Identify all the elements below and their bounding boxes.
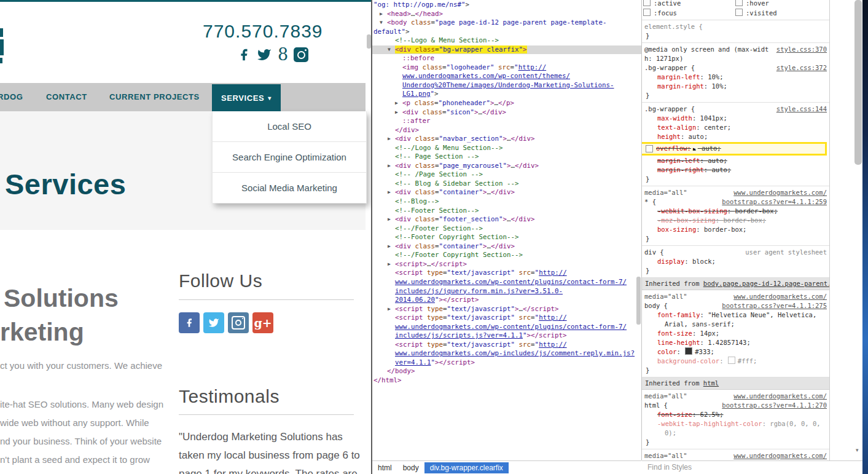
stylesheet-link[interactable]: www.underdogmarkets.com/ xyxy=(733,292,827,301)
twisty-collapsed-icon[interactable]: ▶ xyxy=(388,305,391,314)
menu-item-social-media[interactable]: Social Media Marketing xyxy=(213,173,366,203)
elements-code-line[interactable]: includes/js/scripts.js?ver=4.1.1"></scri… xyxy=(372,331,641,341)
elements-code-line[interactable]: www.underdogmarkets.com/wp-content/plugi… xyxy=(372,278,641,287)
menu-item-seo[interactable]: Search Engine Optimization xyxy=(213,142,366,173)
stylesheet-link[interactable]: www.underdogmarkets.com/ xyxy=(733,451,827,460)
elements-code-line[interactable]: ▶<head>…</head> xyxy=(372,10,641,19)
inherited-node-link[interactable]: html xyxy=(703,379,719,387)
elements-code-line[interactable]: ▶<div class="page_mycarousel">…</div> xyxy=(372,162,641,171)
breadcrumb-item-body[interactable]: body xyxy=(397,462,424,473)
elements-code-line[interactable]: <!--/Footer Copyright Section--> xyxy=(372,251,641,260)
twisty-collapsed-icon[interactable]: ▶ xyxy=(388,135,391,144)
twisty-collapsed-icon[interactable]: ▶ xyxy=(388,215,391,224)
color-swatch[interactable] xyxy=(728,357,735,364)
css-property[interactable]: -moz-box-sizing: border-box; xyxy=(644,216,827,225)
css-property[interactable]: margin-right: 10%; xyxy=(644,82,827,91)
elements-code-line[interactable]: ▶<div class="navbar_section">…</div> xyxy=(372,135,641,144)
elements-code-line[interactable]: <!--Logo & Menu Section--> xyxy=(372,36,641,45)
css-property[interactable]: display: block; xyxy=(644,257,827,266)
stylesheet-link[interactable]: style.css:372 xyxy=(776,63,827,73)
css-property[interactable]: max-width: 1041px; xyxy=(644,114,827,123)
facebook-icon[interactable] xyxy=(237,47,251,62)
elements-code-line[interactable]: <script type="text/javascript" src="http… xyxy=(372,269,641,278)
find-in-styles-input[interactable]: Find in Styles xyxy=(642,460,862,474)
elements-code-line[interactable]: ::after xyxy=(372,117,641,126)
twisty-expanded-icon[interactable]: ▼ xyxy=(388,45,391,55)
elements-code-line[interactable]: default"> xyxy=(372,28,641,37)
css-property-editing[interactable]: overflow:▶ auto; xyxy=(642,142,827,156)
twisty-collapsed-icon[interactable]: ▶ xyxy=(388,188,391,197)
elements-code-line[interactable]: </div> xyxy=(372,126,641,135)
elements-code-line[interactable]: <!-- /Page Section --> xyxy=(372,170,641,180)
elements-code-line[interactable]: <!--/Footer Section--> xyxy=(372,224,641,234)
elements-code-line[interactable]: www.underdogmarkets.com/wp-content/theme… xyxy=(372,72,641,81)
pseudo-class-checkbox[interactable]: :hover xyxy=(735,0,827,8)
pseudo-class-checkbox[interactable]: :active xyxy=(643,0,735,8)
twisty-expanded-icon[interactable]: ▼ xyxy=(380,18,383,28)
page-scrollbar[interactable] xyxy=(366,2,371,474)
google-icon[interactable]: 8 xyxy=(278,47,288,63)
css-property[interactable]: text-align: center; xyxy=(644,123,827,132)
elements-code-line[interactable]: ::before xyxy=(372,54,641,63)
inherited-node-link[interactable]: body.page.page-id-12.page-parent.pa... xyxy=(703,280,829,287)
styles-scrollbar-thumb[interactable] xyxy=(854,0,862,165)
elements-code-line[interactable]: ▶<div class="sicon">…</div> xyxy=(372,108,641,117)
twisty-collapsed-icon[interactable]: ▶ xyxy=(388,162,391,171)
elements-code-line[interactable]: ▶<script type="text/javascript">…</scrip… xyxy=(372,305,641,314)
stylesheet-link[interactable]: bootstrap.css?ver=4.1.1:275 xyxy=(722,301,827,310)
nav-item-current-projects[interactable]: CURRENT PROJECTS xyxy=(109,83,200,111)
nav-item-services[interactable]: SERVICES ▾ xyxy=(212,84,281,111)
elements-code-line[interactable]: ver=4.1.1"></script> xyxy=(372,358,641,368)
css-property[interactable]: background-color: #fff; xyxy=(644,357,827,366)
css-property[interactable]: -webkit-box-sizing: border-box; xyxy=(644,207,827,216)
css-property[interactable]: font-family: "Helvetica Neue", Helvetica… xyxy=(644,310,827,329)
color-swatch[interactable] xyxy=(685,347,692,355)
instagram-icon[interactable] xyxy=(228,312,249,333)
elements-code-line[interactable]: includes/js/jquery.form.min.js?ver=3.51.… xyxy=(372,287,641,296)
nav-item-underdog[interactable]: RDOG xyxy=(0,83,23,111)
css-property[interactable]: color: #333; xyxy=(644,347,827,357)
elements-code-line[interactable]: ▶<div class="footer_section">…</div> xyxy=(372,215,641,224)
elements-code-line[interactable]: <!-- Blog & Sidebar Section --> xyxy=(372,180,641,189)
css-property[interactable]: box-sizing: border-box; xyxy=(644,225,827,234)
css-property[interactable]: margin-left: auto; xyxy=(644,156,827,165)
elements-code-line[interactable]: "og: http://ogp.me/ns#"> xyxy=(372,1,641,10)
twitter-icon[interactable] xyxy=(203,312,224,333)
elements-code-line[interactable]: www.underdogmarkets.com/wp-includes/js/c… xyxy=(372,349,641,358)
twisty-collapsed-icon[interactable]: ▶ xyxy=(380,10,383,19)
property-enable-checkbox[interactable] xyxy=(646,145,653,152)
elements-code-line[interactable]: ▼<div class="bg-wrapper clearfix"> xyxy=(372,45,641,55)
elements-code-line[interactable]: <img class="logoheader" src="http:// xyxy=(372,63,641,73)
instagram-icon[interactable] xyxy=(294,47,308,62)
twisty-collapsed-icon[interactable]: ▶ xyxy=(395,99,398,108)
elements-code-line[interactable]: <!--Blog--> xyxy=(372,197,641,207)
stylesheet-link[interactable]: style.css:370 xyxy=(776,45,827,54)
elements-code-line[interactable]: </html> xyxy=(372,376,641,385)
pseudo-class-checkbox[interactable]: :focus xyxy=(643,9,735,18)
stylesheet-link[interactable]: style.css:144 xyxy=(776,105,827,114)
menu-item-local-seo[interactable]: Local SEO xyxy=(213,111,366,142)
facebook-icon[interactable] xyxy=(179,312,200,333)
nav-item-contact[interactable]: CONTACT xyxy=(46,83,87,111)
elements-code-line[interactable]: <!-- Page Section --> xyxy=(372,152,641,162)
stylesheet-link[interactable]: bootstrap.css?ver=4.1.1:270 xyxy=(722,401,827,410)
elements-code-line[interactable]: ▶<div class="container">…</div> xyxy=(372,242,641,251)
css-property[interactable]: height: auto; xyxy=(644,132,827,141)
elements-code-line[interactable]: www.underdogmarkets.com/wp-content/plugi… xyxy=(372,323,641,332)
elements-code-line[interactable]: <script type="text/javascript" src="http… xyxy=(372,314,641,323)
css-property[interactable]: line-height: 1.42857143; xyxy=(644,338,827,347)
breadcrumb-item-selected[interactable]: div.bg-wrapper.clearfix xyxy=(424,462,509,473)
elements-code-line[interactable]: <!--/Logo & Menu Section--> xyxy=(372,144,641,153)
elements-code-line[interactable]: Underdog%20Theme/images/Underdog-Marketi… xyxy=(372,81,641,90)
elements-code-line[interactable]: 2014.06.20"></script> xyxy=(372,296,641,305)
css-property[interactable]: font-size: 14px; xyxy=(644,329,827,338)
pseudo-class-checkbox[interactable]: :visited xyxy=(735,9,827,18)
elements-code-line[interactable]: LG1.png"> xyxy=(372,90,641,99)
css-property[interactable]: margin-right: auto; xyxy=(644,165,827,175)
elements-code-line[interactable]: ▶<p class="phoneheader">…</p> xyxy=(372,99,641,108)
twisty-collapsed-icon[interactable]: ▶ xyxy=(388,260,391,269)
elements-code-line[interactable]: ▶<script>…</script> xyxy=(372,260,641,269)
page-scrollbar-thumb[interactable] xyxy=(367,34,371,49)
twitter-icon[interactable] xyxy=(256,47,272,62)
css-property[interactable]: font-size: 62.5%; xyxy=(644,410,827,419)
